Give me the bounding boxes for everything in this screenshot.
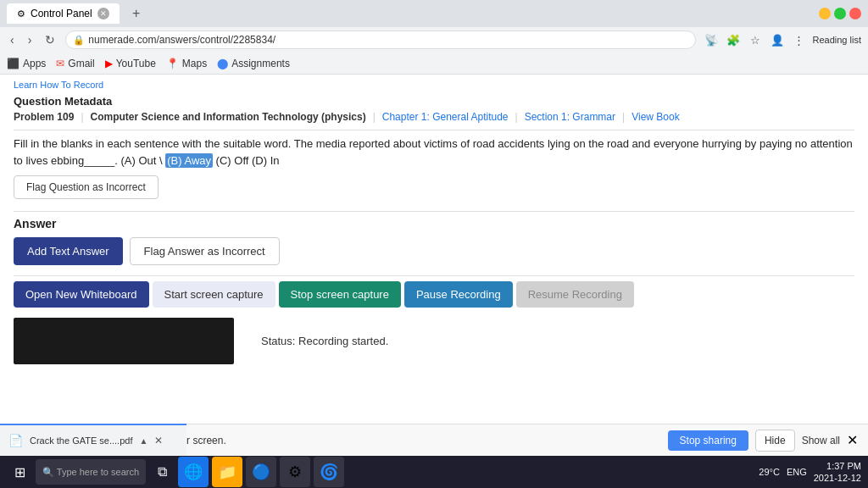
assignments-icon: ⬤ xyxy=(217,58,228,69)
bookmarks-bar: ⬛ Apps ✉ Gmail ▶ YouTube 📍 Maps ⬤ Assign… xyxy=(0,53,868,75)
resume-recording-button: Resume Recording xyxy=(516,281,634,308)
learn-link[interactable]: Learn How To Record xyxy=(14,80,854,90)
taskbar-chrome[interactable]: 🔵 xyxy=(246,457,276,487)
new-tab-button[interactable]: + xyxy=(126,3,147,24)
question-text: Fill in the blanks in each sentence with… xyxy=(14,136,854,169)
problem-number: Problem 109 xyxy=(14,109,74,125)
apps-icon: ⬛ xyxy=(7,58,19,69)
bookmark-gmail[interactable]: ✉ Gmail xyxy=(56,58,94,69)
task-view-icon[interactable]: ⧉ xyxy=(149,459,175,485)
show-all-button[interactable]: Show all xyxy=(802,435,840,446)
browser-toolbar: 📡 🧩 ☆ 👤 ⋮ Reading list xyxy=(703,31,861,48)
youtube-icon: ▶ xyxy=(105,58,113,69)
video-preview xyxy=(14,318,234,364)
close-window-button[interactable] xyxy=(849,8,861,19)
bookmark-apps[interactable]: ⬛ Apps xyxy=(7,58,46,69)
sharing-close-icon[interactable]: ✕ xyxy=(847,432,858,448)
section-link[interactable]: Section 1: Grammar xyxy=(525,111,615,123)
start-screen-capture-button[interactable]: Start screen capture xyxy=(153,281,275,308)
answer-section: Answer Add Text Answer Flag Answer as In… xyxy=(14,217,854,265)
bookmark-maps[interactable]: 📍 Maps xyxy=(166,58,207,69)
assignments-label: Assignments xyxy=(231,58,290,69)
page-content: Learn How To Record Question Metadata Pr… xyxy=(0,75,868,424)
question-text-after: (C) Off (D) In xyxy=(213,154,279,167)
gmail-label: Gmail xyxy=(68,58,94,69)
bookmark-star-icon[interactable]: ☆ xyxy=(747,31,764,48)
address-bar: ‹ › ↻ 🔒 numerade.com/answers/control/228… xyxy=(0,27,868,53)
tab-close-button[interactable]: ✕ xyxy=(97,8,109,19)
divider-3 xyxy=(14,275,854,276)
menu-icon[interactable]: ⋮ xyxy=(791,31,808,48)
view-book-link[interactable]: View Book xyxy=(632,111,679,123)
taskbar-date-value: 2021-12-12 xyxy=(814,472,861,484)
url-display: numerade.com/answers/control/2285834/ xyxy=(88,34,275,46)
reload-button[interactable]: ↻ xyxy=(42,31,58,48)
minimize-button[interactable] xyxy=(819,8,831,19)
pdf-filename: Crack the GATE se....pdf xyxy=(30,435,132,446)
chevron-up-icon[interactable]: ▲ xyxy=(139,436,147,446)
cast-icon[interactable]: 📡 xyxy=(703,31,720,48)
video-status-row: Status: Recording started. xyxy=(14,314,854,364)
maximize-button[interactable] xyxy=(834,8,846,19)
bookmark-assignments[interactable]: ⬤ Assignments xyxy=(217,58,290,69)
taskbar-icons: ⊞ 🔍 Type here to search ⧉ 🌐 📁 🔵 ⚙ 🌀 29°C… xyxy=(0,457,868,487)
extensions-icon[interactable]: 🧩 xyxy=(725,31,742,48)
question-metadata: Question Metadata Problem 109 | Computer… xyxy=(14,95,854,125)
start-button[interactable]: ⊞ xyxy=(7,459,32,485)
stop-screen-capture-button[interactable]: Stop screen capture xyxy=(279,281,401,308)
maps-label: Maps xyxy=(182,58,207,69)
back-button[interactable]: ‹ xyxy=(7,31,18,48)
action-bar: Open New Whiteboard Start screen capture… xyxy=(14,281,854,308)
divider-2 xyxy=(14,211,854,212)
divider-1 xyxy=(14,130,854,130)
stop-sharing-button[interactable]: Stop sharing xyxy=(668,430,748,451)
question-text-before: Fill in the blanks in each sentence with… xyxy=(14,137,853,167)
maps-icon: 📍 xyxy=(166,58,179,69)
subject-label: Computer Science and Information Technol… xyxy=(91,109,366,125)
apps-label: Apps xyxy=(23,58,46,69)
browser-title-bar: ⚙ Control Panel ✕ + xyxy=(0,0,868,27)
downloads-bar: 📄 Crack the GATE se....pdf ▲ ✕ xyxy=(0,424,186,456)
taskbar-lang: ENG xyxy=(787,467,807,477)
metadata-row: Problem 109 | Computer Science and Infor… xyxy=(14,109,854,125)
add-text-answer-button[interactable]: Add Text Answer xyxy=(14,237,123,265)
taskbar-browser[interactable]: 🌐 xyxy=(178,457,209,487)
bookmark-youtube[interactable]: ▶ YouTube xyxy=(105,58,156,69)
flag-question-button[interactable]: Flag Question as Incorrect xyxy=(14,175,159,199)
tab-title: Control Panel xyxy=(31,8,92,19)
answer-label: Answer xyxy=(14,217,854,230)
metadata-title: Question Metadata xyxy=(14,95,854,108)
taskbar-datetime: 1:37 PM 2021-12-12 xyxy=(814,460,861,485)
open-whiteboard-button[interactable]: Open New Whiteboard xyxy=(14,281,149,308)
taskbar: ⊞ 🔍 Type here to search ⧉ 🌐 📁 🔵 ⚙ 🌀 29°C… xyxy=(0,456,868,488)
answer-buttons: Add Text Answer Flag Answer as Incorrect xyxy=(14,237,854,265)
lock-icon: 🔒 xyxy=(73,35,85,46)
profile-icon[interactable]: 👤 xyxy=(769,31,786,48)
gmail-icon: ✉ xyxy=(56,58,64,69)
status-text: Status: Recording started. xyxy=(248,318,402,364)
download-close-icon[interactable]: ✕ xyxy=(154,435,163,446)
taskbar-extra[interactable]: 🌀 xyxy=(314,457,344,487)
flag-answer-button[interactable]: Flag Answer as Incorrect xyxy=(130,237,280,265)
pause-recording-button[interactable]: Pause Recording xyxy=(404,281,513,308)
url-input[interactable]: 🔒 numerade.com/answers/control/2285834/ xyxy=(65,30,695,49)
hide-button[interactable]: Hide xyxy=(755,430,795,452)
browser-tab[interactable]: ⚙ Control Panel ✕ xyxy=(7,3,120,24)
taskbar-settings[interactable]: ⚙ xyxy=(280,457,310,487)
reading-list-btn[interactable]: Reading list xyxy=(813,35,861,45)
taskbar-time-value: 1:37 PM xyxy=(814,460,861,472)
youtube-label: YouTube xyxy=(116,58,156,69)
pdf-icon: 📄 xyxy=(8,434,23,447)
forward-button[interactable]: › xyxy=(25,31,36,48)
window-controls xyxy=(819,8,861,19)
taskbar-weather: 29°C xyxy=(759,467,780,477)
taskbar-files[interactable]: 📁 xyxy=(212,457,242,487)
question-highlight: (B) Away xyxy=(165,153,213,168)
chapter-link[interactable]: Chapter 1: General Aptitude xyxy=(382,111,509,123)
search-taskbar[interactable]: 🔍 Type here to search xyxy=(36,459,146,485)
